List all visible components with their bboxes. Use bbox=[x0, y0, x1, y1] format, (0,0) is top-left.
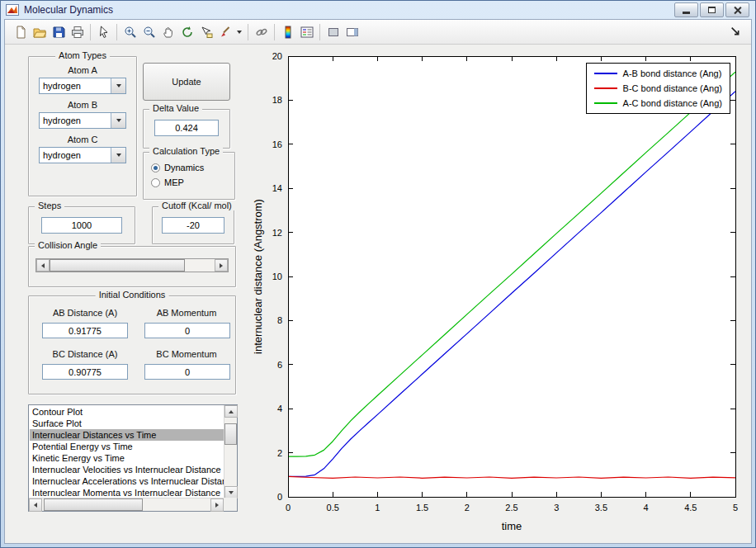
new-figure-button[interactable] bbox=[11, 22, 30, 41]
open-file-icon bbox=[33, 26, 46, 39]
plot-legend[interactable]: A-B bond distance (Ang)B-C bond distance… bbox=[586, 63, 730, 114]
list-item[interactable]: Internuclear Momenta vs Internuclear Dis… bbox=[30, 487, 224, 498]
bc-distance-input[interactable] bbox=[42, 364, 128, 380]
list-item[interactable]: Contour Plot bbox=[30, 406, 224, 418]
pan-button[interactable] bbox=[158, 22, 177, 41]
atom-label: Atom A bbox=[39, 65, 126, 75]
list-item[interactable]: Potential Energy vs Time bbox=[30, 441, 224, 452]
slider-track[interactable] bbox=[50, 259, 215, 272]
radio-icon bbox=[151, 178, 160, 187]
hide-plot-tools-button[interactable] bbox=[324, 22, 343, 41]
legend-line-sample bbox=[594, 102, 617, 104]
svg-text:0.5: 0.5 bbox=[327, 503, 339, 513]
svg-text:4.5: 4.5 bbox=[684, 503, 697, 513]
scroll-down-button[interactable] bbox=[224, 486, 238, 498]
ab-momentum-input[interactable] bbox=[144, 323, 230, 338]
show-plot-tools-icon bbox=[346, 26, 359, 39]
radio-label: MEP bbox=[164, 177, 184, 187]
combo-value: hydrogen bbox=[40, 148, 111, 163]
svg-text:0: 0 bbox=[286, 503, 291, 513]
bc-momentum-input[interactable] bbox=[144, 364, 230, 380]
bc-momentum-label: BC Momentum bbox=[141, 349, 232, 359]
toolbar-separator bbox=[90, 24, 91, 40]
toolbar-overflow-button[interactable] bbox=[726, 22, 745, 41]
minimize-button[interactable] bbox=[674, 2, 698, 17]
brush-dropdown-button[interactable] bbox=[234, 22, 244, 41]
print-figure-button[interactable] bbox=[68, 22, 87, 41]
save-figure-icon bbox=[52, 26, 65, 39]
close-icon bbox=[733, 6, 742, 15]
combo-value: hydrogen bbox=[40, 113, 111, 128]
link-plot-icon bbox=[255, 26, 268, 39]
show-plot-tools-button[interactable] bbox=[343, 22, 361, 41]
list-item[interactable]: Surface Plot bbox=[30, 418, 224, 429]
listbox-horizontal-scrollbar[interactable] bbox=[29, 498, 224, 511]
radio-label: Dynamics bbox=[164, 163, 204, 172]
edit-plot-button[interactable] bbox=[94, 22, 113, 41]
listbox-vertical-scrollbar[interactable] bbox=[224, 405, 237, 498]
scroll-left-button[interactable] bbox=[29, 498, 42, 512]
slider-thumb[interactable] bbox=[50, 259, 185, 272]
open-file-button[interactable] bbox=[30, 22, 49, 41]
legend-entry: B-C bond distance (Ang) bbox=[594, 82, 722, 95]
insert-colorbar-button[interactable] bbox=[278, 22, 297, 41]
chevron-down-icon bbox=[237, 31, 242, 34]
hide-plot-tools-icon bbox=[327, 26, 340, 39]
collision-angle-slider[interactable] bbox=[35, 258, 229, 272]
list-item[interactable]: Internuclear Velocities vs Internuclear … bbox=[30, 464, 224, 475]
radio-mep[interactable]: MEP bbox=[151, 175, 231, 190]
scrollbar-corner bbox=[224, 498, 237, 511]
list-item[interactable]: Kinetic Energy vs Time bbox=[30, 452, 224, 464]
cutoff-input[interactable] bbox=[162, 217, 224, 234]
new-figure-icon bbox=[14, 26, 27, 39]
insert-colorbar-icon bbox=[281, 26, 295, 39]
combo-dropdown-button[interactable] bbox=[111, 148, 125, 163]
zoom-in-button[interactable] bbox=[120, 22, 139, 41]
toolbar-overflow-icon bbox=[730, 26, 743, 39]
horizontal-scroll-thumb[interactable] bbox=[44, 498, 143, 511]
scroll-right-button[interactable] bbox=[210, 498, 224, 512]
maximize-button[interactable] bbox=[700, 2, 724, 17]
toolbar-separator bbox=[116, 24, 117, 40]
radio-dynamics[interactable]: Dynamics bbox=[151, 160, 231, 175]
vertical-scroll-thumb[interactable] bbox=[224, 423, 237, 445]
data-cursor-button[interactable] bbox=[196, 22, 215, 41]
ab-distance-input[interactable] bbox=[42, 323, 128, 338]
figure-canvas: Atom Types Atom AhydrogenAtom BhydrogenA… bbox=[5, 45, 751, 543]
update-button[interactable]: Update bbox=[143, 63, 230, 101]
slider-right-button[interactable] bbox=[215, 259, 228, 272]
atom-combo-a[interactable]: hydrogen bbox=[39, 78, 126, 94]
window: Molecular Dynamics bbox=[0, 0, 756, 548]
list-item[interactable]: Internuclear Accelerations vs Internucle… bbox=[30, 475, 224, 487]
rotate-3d-button[interactable] bbox=[177, 22, 196, 41]
delta-input[interactable] bbox=[154, 120, 219, 136]
titlebar[interactable]: Molecular Dynamics bbox=[1, 1, 755, 19]
arrow-left-icon bbox=[41, 263, 45, 268]
atom-combo-c[interactable]: hydrogen bbox=[39, 147, 126, 163]
svg-text:12: 12 bbox=[272, 228, 282, 238]
matlab-figure-icon bbox=[6, 4, 19, 16]
panel-title: Atom Types bbox=[55, 50, 110, 60]
list-item[interactable]: Internuclear Distances vs Time bbox=[30, 429, 224, 441]
plot-axes[interactable]: 00.511.522.533.544.5502468101214161820ti… bbox=[250, 46, 750, 541]
combo-dropdown-button[interactable] bbox=[111, 113, 125, 128]
window-title: Molecular Dynamics bbox=[24, 4, 674, 16]
svg-text:1.5: 1.5 bbox=[416, 503, 428, 513]
insert-legend-button[interactable] bbox=[297, 22, 316, 41]
svg-text:10: 10 bbox=[272, 272, 282, 281]
atom-combo-b[interactable]: hydrogen bbox=[39, 112, 126, 129]
steps-input[interactable] bbox=[41, 217, 122, 234]
legend-line-sample bbox=[594, 73, 617, 74]
brush-data-button[interactable] bbox=[215, 22, 234, 41]
svg-text:14: 14 bbox=[272, 183, 282, 193]
plot-listbox[interactable]: Contour PlotSurface PlotInternuclear Dis… bbox=[28, 404, 238, 512]
close-button[interactable] bbox=[725, 2, 749, 17]
save-figure-button[interactable] bbox=[49, 22, 68, 41]
zoom-out-button[interactable] bbox=[139, 22, 158, 41]
slider-left-button[interactable] bbox=[36, 259, 50, 272]
link-plot-button[interactable] bbox=[252, 22, 271, 41]
scroll-up-button[interactable] bbox=[224, 405, 238, 418]
svg-text:3: 3 bbox=[554, 503, 559, 513]
svg-text:18: 18 bbox=[272, 95, 282, 105]
combo-dropdown-button[interactable] bbox=[111, 78, 125, 93]
